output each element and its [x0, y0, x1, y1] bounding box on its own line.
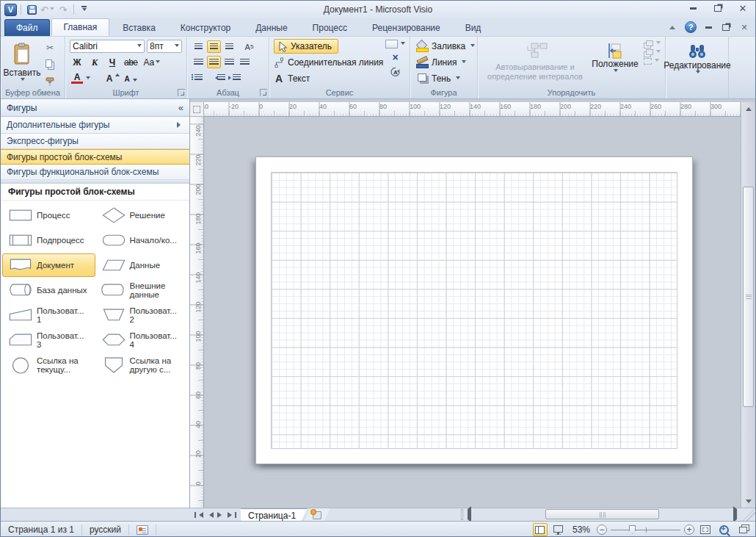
tab-data[interactable]: Данные — [244, 20, 299, 36]
more-shapes-item[interactable]: Дополнительные фигуры — [1, 117, 189, 134]
font-family-combobox[interactable]: Calibri — [70, 40, 145, 53]
format-painter-button[interactable] — [42, 75, 58, 88]
scroll-down-button[interactable] — [741, 495, 755, 508]
italic-button[interactable]: К — [89, 57, 101, 68]
line-button[interactable]: Линия — [410, 54, 477, 71]
drawing-canvas[interactable] — [204, 117, 742, 508]
next-page-button[interactable] — [216, 510, 226, 521]
shape-external-data[interactable]: Внешние данные — [95, 278, 189, 302]
close-button[interactable]: ✕ — [735, 3, 751, 14]
bring-forward-button[interactable] — [644, 40, 661, 46]
align-right-button[interactable] — [222, 56, 236, 68]
horizontal-scroll-thumb[interactable] — [545, 509, 659, 519]
rotate-text-tool-icon[interactable]: А — [390, 66, 401, 78]
align-top-button[interactable] — [192, 40, 206, 53]
shape-custom-1[interactable]: Пользоват... 1 — [2, 303, 95, 327]
font-dialog-launcher[interactable] — [178, 89, 185, 96]
stencil-basic-flowchart[interactable]: Фигуры простой блок-схемы — [1, 149, 189, 165]
visio-app-icon[interactable]: V — [4, 4, 17, 16]
tab-insert[interactable]: Вставка — [111, 20, 167, 36]
shape-data[interactable]: Данные — [95, 253, 189, 277]
shape-process[interactable]: Процесс — [2, 203, 95, 227]
insert-page-button[interactable] — [304, 508, 330, 522]
scroll-up-button[interactable] — [741, 102, 755, 115]
delete-connection-button[interactable]: × — [392, 51, 398, 63]
tab-home[interactable]: Главная — [51, 18, 110, 36]
rectangle-tool-button[interactable] — [385, 40, 405, 48]
shadow-button[interactable]: Тень — [410, 71, 477, 87]
shape-database[interactable]: База данных — [2, 278, 95, 302]
position-button[interactable]: Положение — [592, 40, 638, 88]
tab-view[interactable]: Вид — [454, 20, 493, 36]
redo-button[interactable]: ↷ — [57, 3, 70, 16]
scroll-right-button[interactable] — [731, 509, 740, 519]
macro-status-button[interactable] — [129, 524, 156, 536]
auto-align-button[interactable]: Автовыравнивание и определение интервало… — [481, 40, 589, 88]
scroll-left-button[interactable] — [465, 509, 473, 519]
stencil-cross-functional[interactable]: Фигуры функциональной блок-схемы — [1, 165, 189, 180]
stencil-express[interactable]: Экспресс-фигуры — [1, 134, 189, 149]
undo-button[interactable]: ↶ — [40, 3, 54, 16]
decrease-indent-button[interactable] — [214, 71, 228, 84]
text-tool-button[interactable]: Текст — [288, 73, 310, 84]
vertical-scrollbar[interactable] — [741, 102, 755, 508]
fit-page-button[interactable] — [698, 523, 713, 536]
help-button[interactable]: ? — [685, 21, 697, 33]
zoom-out-button[interactable]: − — [597, 525, 607, 535]
zoom-slider[interactable] — [611, 524, 680, 536]
doc-minimize-button[interactable] — [702, 22, 714, 33]
horizontal-scrollbar[interactable] — [478, 508, 730, 521]
align-bottom-button[interactable] — [222, 40, 236, 53]
justify-button[interactable] — [238, 56, 252, 68]
pane-splitter-handle[interactable] — [461, 509, 463, 520]
doc-restore-button[interactable] — [720, 22, 732, 33]
align-left-button[interactable] — [192, 56, 206, 68]
bold-button[interactable]: Ж — [71, 57, 83, 68]
switch-windows-button[interactable] — [735, 523, 749, 536]
align-center-button[interactable] — [207, 56, 221, 68]
zoom-in-button[interactable]: + — [684, 525, 694, 535]
last-page-button[interactable] — [227, 510, 237, 521]
customize-qat-button[interactable] — [78, 3, 91, 16]
zoom-slider-thumb[interactable] — [629, 525, 636, 534]
collapse-panel-button[interactable]: « — [178, 102, 183, 113]
doc-close-button[interactable]: ✕ — [738, 22, 751, 33]
pointer-tool-button[interactable]: Указатель — [274, 39, 338, 54]
normal-view-button[interactable] — [533, 523, 548, 536]
tab-design[interactable]: Конструктор — [169, 20, 242, 36]
rotate-text-button[interactable]: A5 — [242, 40, 256, 53]
strikethrough-button[interactable]: abe — [124, 57, 138, 68]
shape-document[interactable]: Документ — [2, 253, 95, 277]
minimize-button[interactable] — [685, 3, 701, 14]
paste-button[interactable]: Вставить — [5, 40, 39, 88]
page-tab-active[interactable]: Страница-1 — [241, 508, 308, 522]
page-count-status[interactable]: Страница 1 из 1 — [1, 524, 81, 536]
tab-process[interactable]: Процесс — [301, 20, 359, 36]
fill-button[interactable]: Заливка — [410, 38, 477, 54]
shape-custom-3[interactable]: Пользоват... 3 — [2, 328, 95, 352]
increase-indent-button[interactable] — [230, 71, 244, 84]
first-page-button[interactable] — [194, 510, 204, 521]
font-color-button[interactable]: А — [71, 73, 83, 84]
paragraph-dialog-launcher[interactable] — [260, 89, 267, 96]
drawing-page[interactable] — [256, 157, 692, 464]
shape-terminator[interactable]: Начало/ко... — [95, 228, 189, 252]
minimize-ribbon-button[interactable] — [666, 22, 679, 33]
shape-on-page-ref[interactable]: Ссылка на текущу... — [2, 353, 95, 377]
connector-tool-button[interactable]: Соединительная линия — [288, 57, 383, 68]
zoom-window-button[interactable] — [716, 523, 731, 536]
vertical-scroll-thumb[interactable] — [743, 187, 754, 407]
underline-button[interactable]: Ч — [106, 57, 118, 68]
tab-review[interactable]: Рецензирование — [360, 20, 452, 36]
copy-button[interactable] — [42, 58, 58, 71]
shape-decision[interactable]: Решение — [95, 203, 189, 227]
restore-button[interactable] — [710, 3, 726, 14]
send-backward-button[interactable] — [644, 49, 661, 55]
save-button[interactable] — [25, 3, 38, 16]
tab-file[interactable]: Файл — [4, 19, 50, 36]
bullets-button[interactable] — [192, 71, 206, 84]
shape-custom-4[interactable]: Пользоват... 4 — [95, 328, 189, 352]
zoom-level-button[interactable]: 53% — [570, 524, 593, 536]
language-status[interactable]: русский — [82, 524, 128, 536]
change-case-button[interactable]: Aa — [144, 57, 161, 68]
